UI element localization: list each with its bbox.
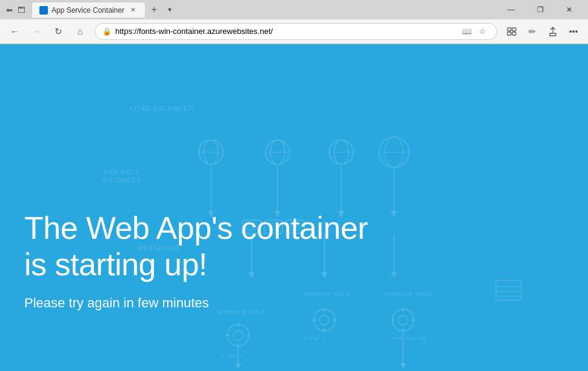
svg-point-65 <box>398 315 408 325</box>
nav-bar: ← → ↻ ⌂ 🔒 https://fonts-win-container.az… <box>0 19 588 44</box>
back-button[interactable]: ← <box>5 22 24 41</box>
headline-line1: The Web App's container <box>24 210 368 246</box>
svg-text:TYPE: ?: TYPE: ? <box>303 336 326 341</box>
home-button[interactable]: ⌂ <box>70 22 90 41</box>
favorites-star-icon[interactable]: ☆ <box>476 25 489 38</box>
svg-text:TYPE: ?: TYPE: ? <box>221 354 244 359</box>
svg-point-64 <box>392 309 414 331</box>
svg-rect-3 <box>512 32 516 35</box>
title-bar: ⬅ 🗔 App Service Container ✕ + ▾ — ❐ ✕ <box>0 0 588 19</box>
window-controls: — ❐ ✕ <box>497 0 583 19</box>
svg-rect-1 <box>512 28 516 31</box>
back-system-icon[interactable]: ⬅ <box>5 5 13 14</box>
address-icons: 📖 ☆ <box>460 25 489 38</box>
reading-view-icon[interactable]: 📖 <box>460 25 473 38</box>
page-content: LOAD BALANCER WEB ROLE INSTANCES MESSAGI… <box>0 44 588 371</box>
tab-favicon <box>39 6 48 15</box>
svg-point-58 <box>313 309 335 331</box>
svg-marker-77 <box>400 363 406 369</box>
headline-line2: is starting up! <box>24 247 207 282</box>
diagram-background: LOAD BALANCER WEB ROLE INSTANCES MESSAGI… <box>0 44 588 371</box>
active-tab[interactable]: App Service Container ✕ <box>32 2 145 18</box>
svg-point-59 <box>319 315 329 325</box>
main-text-container: The Web App's container is starting up! … <box>24 210 588 311</box>
url-text: https://fonts-win-container.azurewebsite… <box>115 27 273 36</box>
headline: The Web App's container is starting up! <box>24 210 588 283</box>
tab-label: App Service Container <box>52 6 124 15</box>
new-tab-button[interactable]: + <box>145 2 162 18</box>
browser-chrome: ⬅ 🗔 App Service Container ✕ + ▾ — ❐ ✕ ← … <box>0 0 588 44</box>
svg-rect-2 <box>507 32 511 35</box>
tab-close-button[interactable]: ✕ <box>128 5 138 15</box>
svg-rect-0 <box>507 28 511 31</box>
minimize-button[interactable]: — <box>497 0 525 19</box>
tab-system-icon[interactable]: 🗔 <box>17 5 25 14</box>
notes-icon[interactable]: ✏ <box>523 22 542 41</box>
svg-text:TYPE: CACHE: TYPE: CACHE <box>388 336 427 341</box>
forward-button[interactable]: → <box>27 22 46 41</box>
hub-icon[interactable] <box>502 22 521 41</box>
address-bar[interactable]: 🔒 https://fonts-win-container.azurewebsi… <box>95 23 497 40</box>
share-icon[interactable] <box>543 22 563 41</box>
svg-text:INSTANCES: INSTANCES <box>102 177 142 184</box>
more-button[interactable]: ••• <box>564 22 583 41</box>
tab-bar: App Service Container ✕ + ▾ <box>32 2 177 18</box>
svg-point-52 <box>227 324 249 346</box>
title-bar-left: ⬅ 🗔 App Service Container ✕ + ▾ <box>5 2 495 18</box>
toolbar-icons: ✏ ••• <box>502 22 583 41</box>
svg-marker-75 <box>235 363 241 369</box>
svg-text:LOAD BALANCER: LOAD BALANCER <box>130 105 194 112</box>
lock-icon: 🔒 <box>102 27 112 36</box>
address-text: https://fonts-win-container.azurewebsite… <box>115 27 456 36</box>
maximize-button[interactable]: ❐ <box>526 0 554 19</box>
refresh-button[interactable]: ↻ <box>48 22 68 41</box>
close-button[interactable]: ✕ <box>555 0 583 19</box>
subtext: Please try again in few minutes <box>24 295 588 311</box>
svg-point-53 <box>233 330 243 340</box>
svg-text:WEB ROLE: WEB ROLE <box>103 169 140 176</box>
tab-overflow-button[interactable]: ▾ <box>162 2 177 18</box>
